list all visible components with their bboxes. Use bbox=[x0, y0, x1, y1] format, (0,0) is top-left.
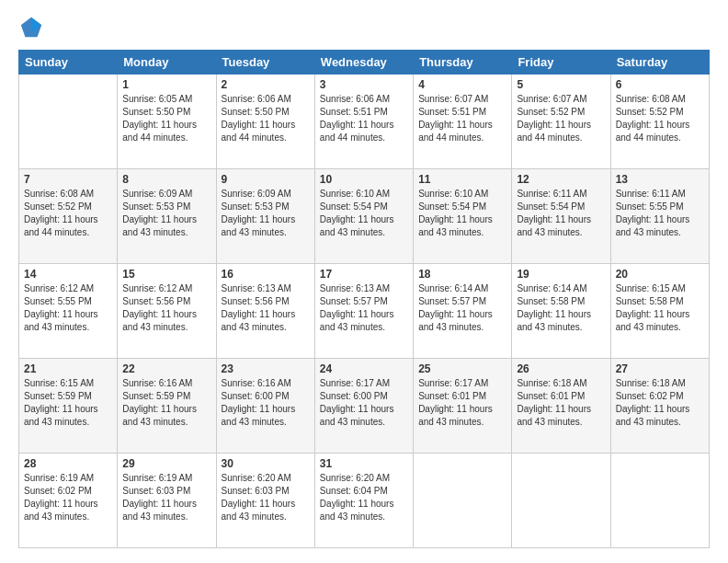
calendar-week-2: 7Sunrise: 6:08 AMSunset: 5:52 PMDaylight… bbox=[19, 169, 710, 264]
day-info: Sunrise: 6:08 AMSunset: 5:52 PMDaylight:… bbox=[616, 93, 704, 144]
day-number: 24 bbox=[320, 362, 408, 375]
day-header-tuesday: Tuesday bbox=[216, 51, 314, 75]
day-info: Sunrise: 6:10 AMSunset: 5:54 PMDaylight:… bbox=[320, 188, 408, 239]
page: SundayMondayTuesdayWednesdayThursdayFrid… bbox=[0, 0, 728, 563]
day-header-sunday: Sunday bbox=[19, 51, 118, 75]
calendar-cell: 3Sunrise: 6:06 AMSunset: 5:51 PMDaylight… bbox=[314, 75, 413, 169]
day-number: 7 bbox=[24, 173, 112, 186]
day-header-wednesday: Wednesday bbox=[314, 51, 413, 75]
day-number: 27 bbox=[616, 362, 704, 375]
day-info: Sunrise: 6:09 AMSunset: 5:53 PMDaylight:… bbox=[222, 188, 310, 239]
day-info: Sunrise: 6:07 AMSunset: 5:52 PMDaylight:… bbox=[517, 93, 605, 144]
calendar-cell: 28Sunrise: 6:19 AMSunset: 6:02 PMDayligh… bbox=[19, 454, 118, 548]
calendar-cell bbox=[414, 454, 512, 548]
day-number: 2 bbox=[222, 78, 310, 91]
calendar-cell: 27Sunrise: 6:18 AMSunset: 6:02 PMDayligh… bbox=[610, 359, 709, 454]
day-info: Sunrise: 6:13 AMSunset: 5:56 PMDaylight:… bbox=[222, 282, 310, 334]
calendar-cell: 15Sunrise: 6:12 AMSunset: 5:56 PMDayligh… bbox=[118, 264, 216, 359]
day-info: Sunrise: 6:07 AMSunset: 5:51 PMDaylight:… bbox=[418, 93, 506, 144]
day-info: Sunrise: 6:11 AMSunset: 5:55 PMDaylight:… bbox=[616, 188, 704, 239]
day-number: 12 bbox=[517, 173, 605, 186]
calendar-cell: 8Sunrise: 6:09 AMSunset: 5:53 PMDaylight… bbox=[118, 169, 216, 264]
day-info: Sunrise: 6:08 AMSunset: 5:52 PMDaylight:… bbox=[24, 188, 112, 239]
calendar-week-5: 28Sunrise: 6:19 AMSunset: 6:02 PMDayligh… bbox=[19, 454, 710, 548]
day-number: 25 bbox=[418, 362, 506, 375]
day-info: Sunrise: 6:17 AMSunset: 6:00 PMDaylight:… bbox=[320, 377, 408, 429]
calendar-cell: 4Sunrise: 6:07 AMSunset: 5:51 PMDaylight… bbox=[414, 75, 512, 169]
day-number: 16 bbox=[222, 268, 310, 281]
calendar-cell: 29Sunrise: 6:19 AMSunset: 6:03 PMDayligh… bbox=[118, 454, 216, 548]
day-number: 29 bbox=[122, 457, 210, 470]
calendar-cell: 22Sunrise: 6:16 AMSunset: 5:59 PMDayligh… bbox=[118, 359, 216, 454]
day-number: 15 bbox=[122, 268, 210, 281]
day-info: Sunrise: 6:15 AMSunset: 5:58 PMDaylight:… bbox=[616, 282, 704, 334]
day-info: Sunrise: 6:10 AMSunset: 5:54 PMDaylight:… bbox=[418, 188, 506, 239]
calendar-cell: 25Sunrise: 6:17 AMSunset: 6:01 PMDayligh… bbox=[414, 359, 512, 454]
day-info: Sunrise: 6:06 AMSunset: 5:51 PMDaylight:… bbox=[320, 93, 408, 144]
day-info: Sunrise: 6:12 AMSunset: 5:55 PMDaylight:… bbox=[24, 282, 112, 334]
day-header-friday: Friday bbox=[512, 51, 610, 75]
calendar-cell bbox=[19, 75, 118, 169]
day-number: 26 bbox=[517, 362, 605, 375]
calendar-cell: 13Sunrise: 6:11 AMSunset: 5:55 PMDayligh… bbox=[610, 169, 709, 264]
day-number: 10 bbox=[320, 173, 408, 186]
calendar-cell: 10Sunrise: 6:10 AMSunset: 5:54 PMDayligh… bbox=[314, 169, 413, 264]
calendar-cell: 19Sunrise: 6:14 AMSunset: 5:58 PMDayligh… bbox=[512, 264, 610, 359]
day-number: 14 bbox=[24, 268, 112, 281]
day-info: Sunrise: 6:16 AMSunset: 5:59 PMDaylight:… bbox=[122, 377, 210, 429]
day-info: Sunrise: 6:13 AMSunset: 5:57 PMDaylight:… bbox=[320, 282, 408, 334]
day-info: Sunrise: 6:09 AMSunset: 5:53 PMDaylight:… bbox=[122, 188, 210, 239]
calendar-cell: 2Sunrise: 6:06 AMSunset: 5:50 PMDaylight… bbox=[216, 75, 314, 169]
calendar-header-row: SundayMondayTuesdayWednesdayThursdayFrid… bbox=[19, 51, 710, 75]
day-header-thursday: Thursday bbox=[414, 51, 512, 75]
day-info: Sunrise: 6:16 AMSunset: 6:00 PMDaylight:… bbox=[222, 377, 310, 429]
day-number: 9 bbox=[222, 173, 310, 186]
calendar-week-3: 14Sunrise: 6:12 AMSunset: 5:55 PMDayligh… bbox=[19, 264, 710, 359]
day-info: Sunrise: 6:05 AMSunset: 5:50 PMDaylight:… bbox=[122, 93, 210, 144]
header bbox=[18, 15, 710, 40]
day-number: 22 bbox=[122, 362, 210, 375]
day-number: 5 bbox=[517, 78, 605, 91]
calendar-week-4: 21Sunrise: 6:15 AMSunset: 5:59 PMDayligh… bbox=[19, 359, 710, 454]
logo-icon bbox=[18, 15, 44, 40]
calendar-table: SundayMondayTuesdayWednesdayThursdayFrid… bbox=[18, 50, 710, 548]
day-number: 20 bbox=[616, 268, 704, 281]
day-header-monday: Monday bbox=[118, 51, 216, 75]
calendar-cell bbox=[610, 454, 709, 548]
logo bbox=[18, 15, 48, 40]
day-info: Sunrise: 6:14 AMSunset: 5:58 PMDaylight:… bbox=[517, 282, 605, 334]
day-number: 1 bbox=[122, 78, 210, 91]
day-info: Sunrise: 6:17 AMSunset: 6:01 PMDaylight:… bbox=[418, 377, 506, 429]
day-info: Sunrise: 6:15 AMSunset: 5:59 PMDaylight:… bbox=[24, 377, 112, 429]
day-number: 28 bbox=[24, 457, 112, 470]
calendar-cell: 1Sunrise: 6:05 AMSunset: 5:50 PMDaylight… bbox=[118, 75, 216, 169]
day-info: Sunrise: 6:19 AMSunset: 6:03 PMDaylight:… bbox=[122, 472, 210, 523]
day-number: 17 bbox=[320, 268, 408, 281]
day-number: 8 bbox=[122, 173, 210, 186]
calendar-cell: 18Sunrise: 6:14 AMSunset: 5:57 PMDayligh… bbox=[414, 264, 512, 359]
day-info: Sunrise: 6:06 AMSunset: 5:50 PMDaylight:… bbox=[222, 93, 310, 144]
calendar-cell: 24Sunrise: 6:17 AMSunset: 6:00 PMDayligh… bbox=[314, 359, 413, 454]
day-number: 21 bbox=[24, 362, 112, 375]
calendar-cell: 17Sunrise: 6:13 AMSunset: 5:57 PMDayligh… bbox=[314, 264, 413, 359]
day-number: 13 bbox=[616, 173, 704, 186]
day-info: Sunrise: 6:18 AMSunset: 6:02 PMDaylight:… bbox=[616, 377, 704, 429]
day-info: Sunrise: 6:12 AMSunset: 5:56 PMDaylight:… bbox=[122, 282, 210, 334]
day-number: 6 bbox=[616, 78, 704, 91]
day-number: 30 bbox=[222, 457, 310, 470]
day-info: Sunrise: 6:18 AMSunset: 6:01 PMDaylight:… bbox=[517, 377, 605, 429]
day-info: Sunrise: 6:19 AMSunset: 6:02 PMDaylight:… bbox=[24, 472, 112, 523]
calendar-cell: 26Sunrise: 6:18 AMSunset: 6:01 PMDayligh… bbox=[512, 359, 610, 454]
calendar-cell: 21Sunrise: 6:15 AMSunset: 5:59 PMDayligh… bbox=[19, 359, 118, 454]
calendar-cell: 7Sunrise: 6:08 AMSunset: 5:52 PMDaylight… bbox=[19, 169, 118, 264]
day-number: 11 bbox=[418, 173, 506, 186]
day-info: Sunrise: 6:11 AMSunset: 5:54 PMDaylight:… bbox=[517, 188, 605, 239]
calendar-cell: 5Sunrise: 6:07 AMSunset: 5:52 PMDaylight… bbox=[512, 75, 610, 169]
day-number: 19 bbox=[517, 268, 605, 281]
day-number: 3 bbox=[320, 78, 408, 91]
calendar-cell: 12Sunrise: 6:11 AMSunset: 5:54 PMDayligh… bbox=[512, 169, 610, 264]
calendar-cell: 16Sunrise: 6:13 AMSunset: 5:56 PMDayligh… bbox=[216, 264, 314, 359]
day-number: 4 bbox=[418, 78, 506, 91]
calendar-cell: 6Sunrise: 6:08 AMSunset: 5:52 PMDaylight… bbox=[610, 75, 709, 169]
calendar-cell bbox=[512, 454, 610, 548]
